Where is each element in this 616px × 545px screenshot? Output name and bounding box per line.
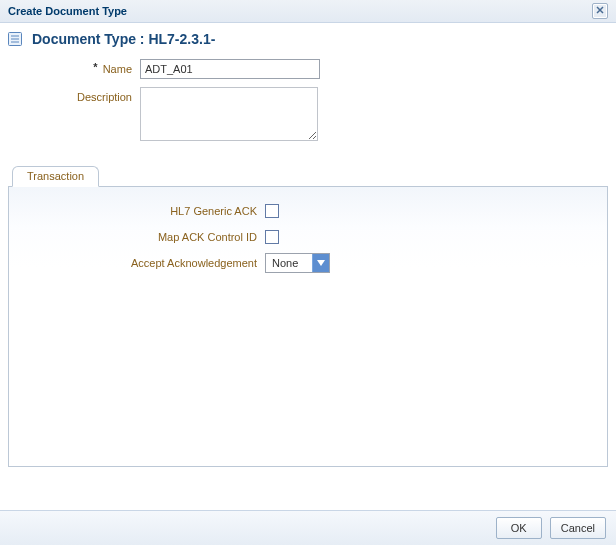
form-row-description: Description (8, 87, 608, 141)
required-mark: * (93, 61, 97, 73)
row-hl7-generic-ack: HL7 Generic ACK (21, 201, 595, 221)
page-title: Document Type : HL7-2.3.1- (32, 31, 215, 47)
map-ack-control-id-checkbox[interactable] (265, 230, 279, 244)
close-icon[interactable] (592, 3, 608, 19)
document-type-icon (8, 31, 26, 47)
dialog-footer: OK Cancel (0, 510, 616, 545)
accept-acknowledgement-select[interactable]: None (265, 253, 330, 273)
page-title-row: Document Type : HL7-2.3.1- (8, 29, 608, 55)
titlebar: Create Document Type (0, 0, 616, 23)
hl7-generic-ack-checkbox[interactable] (265, 204, 279, 218)
ok-button[interactable]: OK (496, 517, 542, 539)
row-map-ack-control-id: Map ACK Control ID (21, 227, 595, 247)
window-title: Create Document Type (8, 5, 127, 17)
name-label: Name (103, 63, 132, 75)
accept-acknowledgement-label: Accept Acknowledgement (21, 253, 265, 273)
accept-acknowledgement-value: None (266, 254, 312, 272)
tab-strip: Transaction (8, 165, 608, 187)
dialog-body: Document Type : HL7-2.3.1- * Name Descri… (0, 23, 616, 510)
tab-transaction[interactable]: Transaction (12, 166, 99, 187)
row-accept-acknowledgement: Accept Acknowledgement None (21, 253, 595, 273)
description-field[interactable] (140, 87, 318, 141)
form-area: * Name Description (8, 55, 608, 165)
hl7-generic-ack-label: HL7 Generic ACK (21, 201, 265, 221)
name-field[interactable] (140, 59, 320, 79)
chevron-down-icon (312, 254, 329, 272)
map-ack-control-id-label: Map ACK Control ID (21, 227, 265, 247)
cancel-button[interactable]: Cancel (550, 517, 606, 539)
create-document-type-dialog: Create Document Type Document Type : HL7… (0, 0, 616, 545)
tab-area: Transaction HL7 Generic ACK Map ACK Cont… (8, 165, 608, 467)
transaction-panel: HL7 Generic ACK Map ACK Control ID Accep… (8, 187, 608, 467)
name-label-wrap: * Name (8, 59, 140, 79)
description-label: Description (8, 87, 140, 107)
form-row-name: * Name (8, 59, 608, 79)
